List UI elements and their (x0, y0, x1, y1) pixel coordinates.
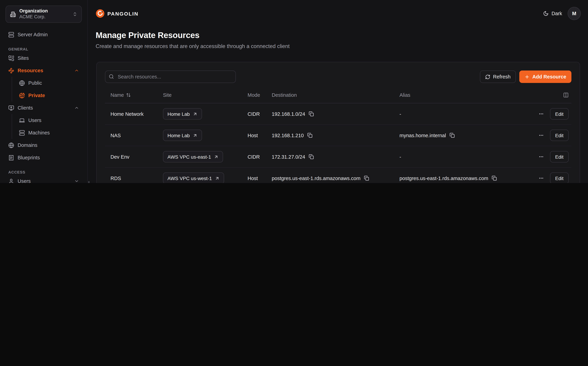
chevron-down-icon (74, 179, 79, 183)
sidebar-item-public[interactable]: Public (16, 77, 82, 89)
laptop-icon (19, 117, 25, 123)
theme-toggle[interactable]: Dark (543, 11, 562, 16)
row-menu-button[interactable] (539, 154, 544, 159)
sidebar-item-label: Server Admin (18, 32, 48, 37)
cell-destination: postgres.us-east-1.rds.amazonaws.com (266, 175, 394, 181)
refresh-button[interactable]: Refresh (480, 70, 516, 83)
sidebar-item-machines[interactable]: Machines (16, 127, 82, 139)
edit-button[interactable]: Edit (550, 130, 569, 141)
table-row: RDS AWS VPC us-west-1 Host postgres.us-e… (105, 168, 571, 183)
page-title: Manage Private Resources (96, 30, 580, 40)
brand-name: PANGOLIN (107, 11, 139, 16)
sidebar-item-resources[interactable]: Resources (6, 64, 82, 77)
sidebar-item-clients[interactable]: Clients (6, 102, 82, 114)
edit-button[interactable]: Edit (550, 151, 569, 162)
org-selector[interactable]: Organization ACME Corp. (6, 6, 82, 23)
org-value: ACME Corp. (19, 14, 69, 20)
cell-actions: Edit (530, 108, 571, 120)
column-header-actions (530, 92, 571, 98)
page-subtitle: Create and manage resources that are onl… (96, 43, 580, 49)
plus-icon (524, 74, 529, 79)
column-toggle-button[interactable] (563, 92, 569, 98)
cell-alias: - (394, 111, 530, 117)
table-row: Dev Env AWS VPC us-east-1 CIDR 172.31.27… (105, 146, 571, 168)
site-link[interactable]: AWS VPC us-west-1 (163, 172, 224, 183)
column-header-alias: Alias (394, 92, 530, 98)
sidebar-item-label: Clients (18, 105, 33, 111)
chevrons-up-down-icon (73, 12, 77, 17)
sidebar-item-label: Domains (18, 142, 37, 148)
site-link[interactable]: Home Lab (163, 108, 202, 120)
cell-alias: postgres.us-east-1.rds.amazonaws.com (394, 175, 530, 181)
edit-button[interactable]: Edit (550, 172, 569, 183)
user-icon (8, 178, 14, 183)
brand-logo[interactable]: PANGOLIN (96, 9, 139, 18)
server-icon (8, 32, 14, 38)
edit-button[interactable]: Edit (550, 108, 569, 120)
copy-icon (364, 175, 369, 181)
resources-card: Refresh Add Resource Name Site Mode Dest… (96, 62, 580, 183)
sidebar-nav: Server Admin GENERAL Sites Resources Pub… (6, 28, 82, 183)
row-menu-button[interactable] (539, 175, 544, 181)
section-heading-general: GENERAL (8, 47, 79, 51)
copy-button[interactable] (307, 133, 312, 138)
sidebar-item-users[interactable]: Users (6, 175, 82, 183)
cell-mode: Host (242, 175, 266, 181)
copy-button[interactable] (309, 154, 314, 159)
add-resource-label: Add Resource (532, 74, 566, 79)
sidebar-item-server-admin[interactable]: Server Admin (6, 28, 82, 41)
sidebar-item-client-users[interactable]: Users (16, 114, 82, 127)
column-header-mode: Mode (242, 92, 266, 98)
chevron-up-icon (74, 68, 79, 73)
copy-button[interactable] (309, 111, 314, 116)
moon-icon (543, 11, 549, 16)
cell-mode: Host (242, 133, 266, 138)
section-heading-access: ACCESS (8, 170, 79, 174)
ellipsis-icon (539, 133, 544, 138)
copy-icon (309, 154, 314, 159)
table-row: NAS Home Lab Host 192.168.1.210 mynas.ho… (105, 125, 571, 146)
globe-lock-icon (19, 92, 25, 98)
org-label: Organization (19, 8, 69, 14)
copy-button[interactable] (364, 175, 369, 181)
column-header-destination: Destination (266, 92, 394, 98)
card-toolbar: Refresh Add Resource (105, 70, 571, 83)
sidebar-item-label: Machines (28, 130, 50, 136)
cell-actions: Edit (530, 172, 571, 183)
search-input[interactable] (105, 70, 236, 83)
site-link[interactable]: AWS VPC us-east-1 (163, 151, 223, 162)
sidebar-item-label: Public (28, 80, 42, 86)
copy-icon (492, 175, 497, 181)
column-header-site: Site (157, 92, 242, 98)
cell-alias: - (394, 154, 530, 160)
avatar-initial: M (572, 11, 576, 16)
sidebar-item-domains[interactable]: Domains (6, 139, 82, 151)
sidebar-item-private[interactable]: Private (16, 89, 82, 102)
copy-button[interactable] (449, 133, 455, 138)
row-menu-button[interactable] (539, 133, 544, 138)
copy-icon (307, 133, 312, 138)
avatar[interactable]: M (568, 7, 581, 20)
row-menu-button[interactable] (539, 111, 544, 116)
sidebar-item-sites[interactable]: Sites (6, 52, 82, 64)
globe-icon (19, 80, 25, 86)
sidebar-item-blueprints[interactable]: Blueprints (6, 151, 82, 164)
add-resource-button[interactable]: Add Resource (519, 70, 571, 83)
sidebar-item-label: Private (28, 93, 45, 98)
column-header-name[interactable]: Name (105, 92, 157, 98)
cell-alias: mynas.home.internal (394, 133, 530, 138)
arrow-up-right-icon (214, 154, 219, 159)
cell-destination: 192.168.1.210 (266, 133, 394, 138)
sidebar-item-label: Resources (18, 68, 43, 73)
copy-button[interactable] (492, 175, 497, 181)
cell-site: AWS VPC us-east-1 (157, 151, 242, 162)
cell-destination: 172.31.27.0/24 (266, 154, 394, 160)
sidebar-item-label: Users (28, 117, 41, 123)
sidebar-scrollbar-thumb[interactable] (88, 181, 89, 183)
cell-name: RDS (105, 175, 157, 181)
site-link[interactable]: Home Lab (163, 130, 202, 141)
server-icon (19, 130, 25, 136)
cell-name: Home Network (105, 111, 157, 117)
search-icon (109, 74, 114, 79)
cell-mode: CIDR (242, 111, 266, 117)
